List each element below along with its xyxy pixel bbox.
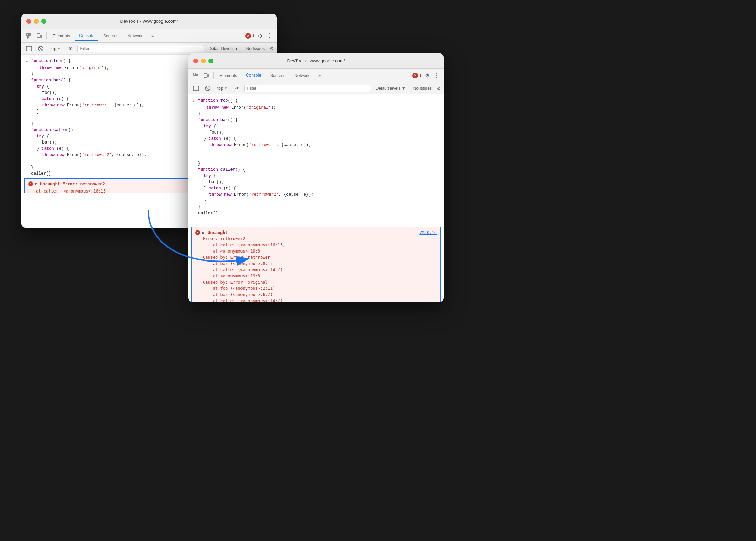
svg-rect-21 (204, 73, 207, 77)
code-line-11-front: } (188, 160, 444, 167)
code-line-8-front: throw new Error('rethrower', {cause: e})… (188, 142, 444, 148)
code-line-14-front: bar(); (188, 179, 444, 185)
top-selector-front[interactable]: top ▼ (215, 85, 230, 91)
maximize-button-front[interactable] (208, 59, 213, 63)
toolbar-front: Elements Console Sources Network » ✕ 1 ⚙… (188, 69, 444, 82)
eye-icon-back[interactable]: 👁 (66, 44, 75, 53)
tab-sources-back[interactable]: Sources (99, 31, 122, 40)
code-line-19-front: caller(); (188, 210, 444, 216)
inspect-icon-front[interactable] (191, 71, 201, 80)
error-count-front: 1 (419, 73, 422, 78)
more-icon-back[interactable]: ⋮ (266, 32, 274, 40)
settings-icon-back[interactable]: ⚙ (255, 31, 265, 41)
tab-network-back[interactable]: Network (123, 31, 147, 40)
more-icon-front[interactable]: ⋮ (433, 71, 441, 80)
error-body-line-5: at bar (<anonymous>:8:15) (203, 260, 437, 267)
toolbar-separator-1 (46, 32, 47, 39)
window-title-front: DevTools - www.google.com/ (287, 58, 345, 63)
code-line-13-front: try { (188, 173, 444, 179)
code-line-4-front: function bar() { (188, 117, 444, 123)
inspect-icon-back[interactable] (24, 31, 34, 41)
filter-input-front[interactable] (244, 85, 371, 92)
code-line-10-front (188, 154, 444, 160)
tab-elements-back[interactable]: Elements (49, 31, 74, 40)
error-expand-icon-back[interactable]: ▶ (35, 181, 37, 187)
default-levels-back[interactable]: Default levels ▼ (206, 46, 242, 52)
sidebar-icon-back[interactable] (24, 44, 34, 53)
minimize-button-front[interactable] (201, 59, 206, 63)
error-body-line-2: at caller (<anonymous>:16:13) (203, 242, 437, 248)
no-issues-front[interactable]: No Issues (411, 85, 434, 91)
error-row-front: ✕ ▶ Uncaught VM30:16 Error: rethrower2 a… (191, 227, 441, 302)
error-icon-back: ✕ (245, 33, 251, 39)
error-uncaught-label-front: Uncaught (208, 230, 228, 235)
error-header-front: ✕ ▶ Uncaught VM30:16 (195, 230, 437, 235)
tab-console-back[interactable]: Console (75, 31, 98, 41)
error-body-line-8: Caused by: Error: original (203, 279, 437, 285)
error-title-back: Uncaught Error: rethrower2 (40, 181, 105, 187)
svg-rect-8 (37, 34, 40, 38)
device-icon-back[interactable] (35, 31, 44, 41)
code-line-2-front: throw new Error('original'); (188, 105, 444, 111)
code-line-16-front: throw new Error('rethrower2', {cause: e}… (188, 191, 444, 198)
error-body-line-10: at bar (<anonymous>:6:7) (203, 292, 437, 298)
error-expand-icon-front[interactable]: ▶ (202, 231, 205, 235)
expand-icon-1-back[interactable]: ▶ (26, 59, 31, 65)
ban-icon-back[interactable] (36, 44, 46, 53)
eye-icon-front[interactable]: 👁 (233, 83, 242, 93)
tab-console-front[interactable]: Console (242, 71, 265, 80)
sidebar-icon-front[interactable] (191, 83, 201, 93)
top-selector-back[interactable]: top ▼ (48, 46, 63, 52)
filter-input-back[interactable] (77, 45, 204, 52)
svg-line-26 (206, 87, 209, 90)
default-levels-arrow-front: ▼ (402, 86, 406, 91)
toolbar-back: Elements Console Sources Network » ✕ 1 ⚙… (21, 29, 277, 43)
tab-more-front[interactable]: » (314, 71, 325, 80)
code-line-12-front: function caller() { (188, 167, 444, 173)
ban-icon-front[interactable] (203, 83, 213, 93)
default-levels-label-back: Default levels (209, 46, 234, 51)
expand-icon-1-front[interactable]: ▶ (193, 98, 198, 105)
devtools-window-front: DevTools - www.google.com/ Elements Cons… (188, 53, 444, 302)
default-levels-arrow-back: ▼ (235, 46, 239, 51)
error-body-line-7: at <anonymous>:19:3 (203, 273, 437, 279)
settings-icon-front[interactable]: ⚙ (422, 71, 432, 80)
top-arrow-front: ▼ (224, 86, 228, 90)
tab-more-back[interactable]: » (147, 31, 158, 40)
error-body-line-3: at <anonymous>:19:3 (203, 248, 437, 254)
error-body-line-11: at caller (<anonymous>:14:7) (203, 298, 437, 302)
device-icon-front[interactable] (202, 71, 211, 80)
close-button-front[interactable] (193, 59, 198, 63)
code-line-3-front: } (188, 111, 444, 117)
tab-network-front[interactable]: Network (290, 71, 314, 80)
code-line-1-front: ▶ function foo() { (188, 98, 444, 105)
maximize-button-back[interactable] (41, 19, 46, 24)
error-body-line-4: Caused by: Error: rethrower (203, 254, 437, 260)
code-line-6-front: foo(); (188, 129, 444, 136)
traffic-lights-front (193, 59, 213, 63)
code-line-18-front: } (188, 204, 444, 210)
tab-sources-front[interactable]: Sources (266, 71, 289, 80)
no-issues-back[interactable]: No Issues (244, 46, 267, 52)
error-header-left-front: ✕ ▶ Uncaught (195, 230, 228, 235)
vm-link-front[interactable]: VM30:16 (419, 230, 437, 235)
error-body-front: Error: rethrower2 at caller (<anonymous>… (195, 236, 437, 302)
default-levels-front[interactable]: Default levels ▼ (373, 85, 409, 91)
svg-rect-10 (26, 46, 32, 51)
close-button-back[interactable] (26, 19, 31, 24)
error-badge-back: ✕ 1 (245, 33, 255, 39)
error-count-back: 1 (252, 33, 255, 38)
top-arrow-back: ▼ (57, 47, 61, 50)
tab-elements-front[interactable]: Elements (216, 71, 241, 80)
error-body-line-9: at foo (<anonymous>:2:11) (203, 285, 437, 292)
minimize-button-back[interactable] (34, 19, 39, 24)
top-label-front: top (217, 86, 223, 91)
traffic-lights-back (26, 19, 46, 24)
svg-rect-1 (27, 33, 29, 36)
console-gear-icon-back[interactable]: ⚙ (269, 46, 274, 51)
console-gear-icon-front[interactable]: ⚙ (436, 86, 441, 91)
code-line-17-front: } (188, 198, 444, 204)
error-icon-front: ✕ (412, 73, 418, 78)
window-title-back: DevTools - www.google.com/ (120, 19, 178, 24)
code-area-front: ▶ function foo() { throw new Error('orig… (188, 94, 444, 225)
